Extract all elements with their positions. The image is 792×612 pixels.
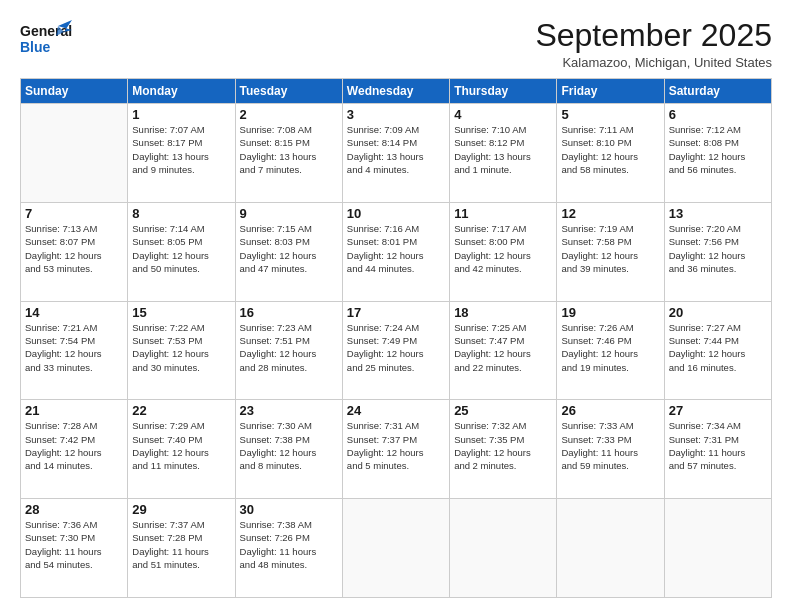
header-sunday: Sunday bbox=[21, 79, 128, 104]
day-number: 5 bbox=[561, 107, 659, 122]
day-number: 3 bbox=[347, 107, 445, 122]
day-info: Sunrise: 7:38 AMSunset: 7:26 PMDaylight:… bbox=[240, 518, 338, 571]
table-cell bbox=[450, 499, 557, 598]
table-cell: 13Sunrise: 7:20 AMSunset: 7:56 PMDayligh… bbox=[664, 202, 771, 301]
table-cell: 11Sunrise: 7:17 AMSunset: 8:00 PMDayligh… bbox=[450, 202, 557, 301]
table-cell: 25Sunrise: 7:32 AMSunset: 7:35 PMDayligh… bbox=[450, 400, 557, 499]
table-cell: 4Sunrise: 7:10 AMSunset: 8:12 PMDaylight… bbox=[450, 104, 557, 203]
day-info: Sunrise: 7:24 AMSunset: 7:49 PMDaylight:… bbox=[347, 321, 445, 374]
header: General Blue September 2025 Kalamazoo, M… bbox=[20, 18, 772, 70]
day-info: Sunrise: 7:29 AMSunset: 7:40 PMDaylight:… bbox=[132, 419, 230, 472]
day-info: Sunrise: 7:25 AMSunset: 7:47 PMDaylight:… bbox=[454, 321, 552, 374]
day-info: Sunrise: 7:32 AMSunset: 7:35 PMDaylight:… bbox=[454, 419, 552, 472]
day-info: Sunrise: 7:14 AMSunset: 8:05 PMDaylight:… bbox=[132, 222, 230, 275]
table-cell: 27Sunrise: 7:34 AMSunset: 7:31 PMDayligh… bbox=[664, 400, 771, 499]
table-cell: 21Sunrise: 7:28 AMSunset: 7:42 PMDayligh… bbox=[21, 400, 128, 499]
table-cell: 3Sunrise: 7:09 AMSunset: 8:14 PMDaylight… bbox=[342, 104, 449, 203]
table-cell: 18Sunrise: 7:25 AMSunset: 7:47 PMDayligh… bbox=[450, 301, 557, 400]
day-number: 21 bbox=[25, 403, 123, 418]
table-cell: 8Sunrise: 7:14 AMSunset: 8:05 PMDaylight… bbox=[128, 202, 235, 301]
week-row-0: 1Sunrise: 7:07 AMSunset: 8:17 PMDaylight… bbox=[21, 104, 772, 203]
day-number: 6 bbox=[669, 107, 767, 122]
day-number: 29 bbox=[132, 502, 230, 517]
day-info: Sunrise: 7:16 AMSunset: 8:01 PMDaylight:… bbox=[347, 222, 445, 275]
day-info: Sunrise: 7:30 AMSunset: 7:38 PMDaylight:… bbox=[240, 419, 338, 472]
header-wednesday: Wednesday bbox=[342, 79, 449, 104]
day-info: Sunrise: 7:15 AMSunset: 8:03 PMDaylight:… bbox=[240, 222, 338, 275]
day-info: Sunrise: 7:12 AMSunset: 8:08 PMDaylight:… bbox=[669, 123, 767, 176]
day-info: Sunrise: 7:21 AMSunset: 7:54 PMDaylight:… bbox=[25, 321, 123, 374]
table-cell: 24Sunrise: 7:31 AMSunset: 7:37 PMDayligh… bbox=[342, 400, 449, 499]
day-number: 11 bbox=[454, 206, 552, 221]
day-info: Sunrise: 7:22 AMSunset: 7:53 PMDaylight:… bbox=[132, 321, 230, 374]
header-friday: Friday bbox=[557, 79, 664, 104]
table-cell: 17Sunrise: 7:24 AMSunset: 7:49 PMDayligh… bbox=[342, 301, 449, 400]
day-number: 22 bbox=[132, 403, 230, 418]
day-number: 18 bbox=[454, 305, 552, 320]
day-info: Sunrise: 7:07 AMSunset: 8:17 PMDaylight:… bbox=[132, 123, 230, 176]
day-number: 2 bbox=[240, 107, 338, 122]
day-info: Sunrise: 7:19 AMSunset: 7:58 PMDaylight:… bbox=[561, 222, 659, 275]
location: Kalamazoo, Michigan, United States bbox=[535, 55, 772, 70]
title-block: September 2025 Kalamazoo, Michigan, Unit… bbox=[535, 18, 772, 70]
table-cell: 5Sunrise: 7:11 AMSunset: 8:10 PMDaylight… bbox=[557, 104, 664, 203]
day-number: 9 bbox=[240, 206, 338, 221]
weekday-header-row: Sunday Monday Tuesday Wednesday Thursday… bbox=[21, 79, 772, 104]
table-cell: 15Sunrise: 7:22 AMSunset: 7:53 PMDayligh… bbox=[128, 301, 235, 400]
day-number: 23 bbox=[240, 403, 338, 418]
table-cell: 14Sunrise: 7:21 AMSunset: 7:54 PMDayligh… bbox=[21, 301, 128, 400]
day-number: 7 bbox=[25, 206, 123, 221]
day-info: Sunrise: 7:20 AMSunset: 7:56 PMDaylight:… bbox=[669, 222, 767, 275]
table-cell: 12Sunrise: 7:19 AMSunset: 7:58 PMDayligh… bbox=[557, 202, 664, 301]
day-info: Sunrise: 7:27 AMSunset: 7:44 PMDaylight:… bbox=[669, 321, 767, 374]
day-info: Sunrise: 7:33 AMSunset: 7:33 PMDaylight:… bbox=[561, 419, 659, 472]
header-saturday: Saturday bbox=[664, 79, 771, 104]
logo-icon: General Blue bbox=[20, 18, 72, 62]
day-number: 12 bbox=[561, 206, 659, 221]
day-info: Sunrise: 7:36 AMSunset: 7:30 PMDaylight:… bbox=[25, 518, 123, 571]
table-cell: 7Sunrise: 7:13 AMSunset: 8:07 PMDaylight… bbox=[21, 202, 128, 301]
day-info: Sunrise: 7:10 AMSunset: 8:12 PMDaylight:… bbox=[454, 123, 552, 176]
table-cell: 6Sunrise: 7:12 AMSunset: 8:08 PMDaylight… bbox=[664, 104, 771, 203]
day-number: 27 bbox=[669, 403, 767, 418]
day-info: Sunrise: 7:08 AMSunset: 8:15 PMDaylight:… bbox=[240, 123, 338, 176]
day-info: Sunrise: 7:23 AMSunset: 7:51 PMDaylight:… bbox=[240, 321, 338, 374]
header-monday: Monday bbox=[128, 79, 235, 104]
day-number: 30 bbox=[240, 502, 338, 517]
day-number: 28 bbox=[25, 502, 123, 517]
week-row-4: 28Sunrise: 7:36 AMSunset: 7:30 PMDayligh… bbox=[21, 499, 772, 598]
week-row-3: 21Sunrise: 7:28 AMSunset: 7:42 PMDayligh… bbox=[21, 400, 772, 499]
week-row-1: 7Sunrise: 7:13 AMSunset: 8:07 PMDaylight… bbox=[21, 202, 772, 301]
table-cell bbox=[664, 499, 771, 598]
table-cell: 26Sunrise: 7:33 AMSunset: 7:33 PMDayligh… bbox=[557, 400, 664, 499]
day-info: Sunrise: 7:11 AMSunset: 8:10 PMDaylight:… bbox=[561, 123, 659, 176]
day-number: 24 bbox=[347, 403, 445, 418]
day-number: 17 bbox=[347, 305, 445, 320]
logo: General Blue bbox=[20, 18, 76, 62]
day-info: Sunrise: 7:17 AMSunset: 8:00 PMDaylight:… bbox=[454, 222, 552, 275]
table-cell: 1Sunrise: 7:07 AMSunset: 8:17 PMDaylight… bbox=[128, 104, 235, 203]
calendar-page: General Blue September 2025 Kalamazoo, M… bbox=[0, 0, 792, 612]
day-number: 19 bbox=[561, 305, 659, 320]
table-cell: 20Sunrise: 7:27 AMSunset: 7:44 PMDayligh… bbox=[664, 301, 771, 400]
day-number: 4 bbox=[454, 107, 552, 122]
day-number: 10 bbox=[347, 206, 445, 221]
day-number: 8 bbox=[132, 206, 230, 221]
day-info: Sunrise: 7:34 AMSunset: 7:31 PMDaylight:… bbox=[669, 419, 767, 472]
table-cell: 29Sunrise: 7:37 AMSunset: 7:28 PMDayligh… bbox=[128, 499, 235, 598]
day-info: Sunrise: 7:26 AMSunset: 7:46 PMDaylight:… bbox=[561, 321, 659, 374]
day-info: Sunrise: 7:13 AMSunset: 8:07 PMDaylight:… bbox=[25, 222, 123, 275]
table-cell: 9Sunrise: 7:15 AMSunset: 8:03 PMDaylight… bbox=[235, 202, 342, 301]
table-cell bbox=[342, 499, 449, 598]
day-info: Sunrise: 7:09 AMSunset: 8:14 PMDaylight:… bbox=[347, 123, 445, 176]
table-cell: 19Sunrise: 7:26 AMSunset: 7:46 PMDayligh… bbox=[557, 301, 664, 400]
calendar-table: Sunday Monday Tuesday Wednesday Thursday… bbox=[20, 78, 772, 598]
day-info: Sunrise: 7:31 AMSunset: 7:37 PMDaylight:… bbox=[347, 419, 445, 472]
day-number: 26 bbox=[561, 403, 659, 418]
svg-text:Blue: Blue bbox=[20, 39, 51, 55]
table-cell: 28Sunrise: 7:36 AMSunset: 7:30 PMDayligh… bbox=[21, 499, 128, 598]
table-cell: 16Sunrise: 7:23 AMSunset: 7:51 PMDayligh… bbox=[235, 301, 342, 400]
table-cell: 23Sunrise: 7:30 AMSunset: 7:38 PMDayligh… bbox=[235, 400, 342, 499]
day-number: 15 bbox=[132, 305, 230, 320]
table-cell: 2Sunrise: 7:08 AMSunset: 8:15 PMDaylight… bbox=[235, 104, 342, 203]
